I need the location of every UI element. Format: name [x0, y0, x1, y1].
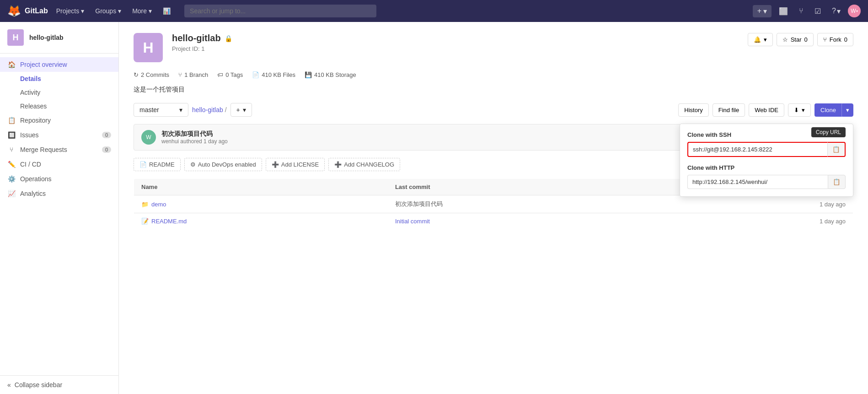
table-row: 📁 demo 初次添加项目代码 1 day ago: [134, 195, 853, 213]
gitlab-logo[interactable]: 🦊 GitLab: [7, 5, 48, 17]
clone-dropdown: Clone with SSH 📋 Copy URL Clone with HTT…: [680, 124, 853, 197]
file-name-cell: 📁 demo: [134, 195, 388, 213]
download-button[interactable]: ⬇ ▾: [788, 103, 811, 117]
collapse-sidebar-button[interactable]: « Collapse sidebar: [0, 375, 118, 394]
fork-button[interactable]: ⑂ Fork 0: [817, 33, 853, 46]
clone-ssh-copy-button[interactable]: 📋: [827, 142, 846, 157]
files-stat[interactable]: 📄 410 KB Files: [252, 71, 295, 78]
help-menu[interactable]: ?▾: [828, 5, 844, 17]
chevron-down-icon: ▾: [243, 106, 246, 113]
path-separator: /: [225, 106, 227, 113]
stats-bar: ↻ 2 Commits ⑂ 1 Branch 🏷 0 Tags 📄 410 KB…: [134, 71, 853, 78]
ci-cd-icon: ✏️: [7, 161, 16, 168]
readme-button[interactable]: 📄 README: [134, 158, 181, 171]
issues-icon[interactable]: ☑: [811, 5, 825, 17]
files-icon: 📄: [252, 71, 259, 78]
devops-icon: ⚙: [190, 161, 196, 168]
commit-author-avatar: W: [141, 130, 156, 145]
sidebar-item-releases[interactable]: Releases: [0, 99, 118, 113]
notification-button[interactable]: 🔔 ▾: [748, 33, 773, 46]
file-name-link[interactable]: 📁 demo: [141, 201, 380, 208]
main-layout: H hello-gitlab 🏠 Project overview Detail…: [0, 22, 868, 394]
storage-stat[interactable]: 💾 410 KB Storage: [305, 71, 356, 78]
nav-action-icons: +▾ ⬜ ⑂ ☑ ?▾ W▾: [753, 5, 861, 17]
repository-icon: 📋: [7, 117, 16, 124]
sidebar-item-ci-cd[interactable]: ✏️ CI / CD: [0, 157, 118, 172]
file-name-link[interactable]: 📝 README.md: [141, 218, 380, 225]
chevron-down-icon: ▾: [149, 7, 152, 15]
branches-stat[interactable]: ⑂ 1 Branch: [178, 71, 208, 78]
sidebar-item-issues[interactable]: 🔲 Issues 0: [0, 128, 118, 142]
sidebar-item-merge-requests[interactable]: ⑂ Merge Requests 0: [0, 142, 118, 157]
sidebar-item-label: Repository: [20, 117, 51, 124]
nav-more[interactable]: More ▾: [128, 5, 156, 17]
sidebar-item-activity[interactable]: Activity: [0, 86, 118, 99]
sidebar-item-operations[interactable]: ⚙️ Operations: [0, 172, 118, 186]
commits-icon: ↻: [134, 71, 139, 78]
sidebar-item-details[interactable]: Details: [0, 72, 118, 86]
breadcrumb-path: hello-gitlab /: [192, 106, 227, 113]
branch-selector[interactable]: master ▾: [134, 103, 188, 117]
copy-url-tooltip: Copy URL: [811, 127, 846, 137]
nav-chart-icon[interactable]: 📊: [158, 5, 175, 17]
repo-right-actions: History Find file Web IDE ⬇ ▾ Clone ▾: [678, 103, 853, 117]
add-changelog-button[interactable]: ➕ Add CHANGELOG: [328, 158, 400, 171]
clone-button-arrow[interactable]: ▾: [842, 103, 853, 117]
branches-count: 1 Branch: [184, 71, 208, 78]
clone-http-copy-button[interactable]: 📋: [828, 175, 846, 189]
merge-requests-badge: 0: [102, 146, 111, 153]
add-license-button[interactable]: ➕ Add LICENSE: [266, 158, 325, 171]
tags-stat[interactable]: 🏷 0 Tags: [217, 71, 243, 78]
project-header: H hello-gitlab 🔒 Project ID: 1 🔔 ▾ ☆ Sta…: [134, 33, 853, 62]
commit-meta: wenhui authored 1 day ago: [161, 138, 228, 145]
star-button[interactable]: ☆ Star 0: [777, 33, 814, 46]
sidebar-item-analytics[interactable]: 📈 Analytics: [0, 186, 118, 201]
snippets-icon[interactable]: ⬜: [775, 5, 792, 17]
chevron-down-icon: ▾: [763, 7, 767, 16]
tags-count: 0 Tags: [225, 71, 243, 78]
nav-projects[interactable]: Projects ▾: [52, 5, 89, 17]
sidebar-item-label: Project overview: [20, 61, 67, 68]
sidebar-item-repository[interactable]: 📋 Repository: [0, 113, 118, 128]
bell-icon: 🔔: [754, 36, 761, 43]
add-files-button[interactable]: + ▾: [230, 103, 252, 117]
add-changelog-icon: ➕: [334, 161, 342, 168]
clone-ssh-input[interactable]: [687, 142, 827, 157]
commit-info: 初次添加项目代码 wenhui authored 1 day ago: [161, 130, 228, 145]
clone-http-title: Clone with HTTP: [687, 164, 846, 171]
commits-stat[interactable]: ↻ 2 Commits: [134, 71, 169, 78]
user-avatar[interactable]: W▾: [848, 5, 861, 17]
commit-message-link[interactable]: Initial commit: [395, 218, 430, 225]
merge-requests-icon[interactable]: ⑂: [795, 5, 807, 17]
col-name: Name: [134, 179, 388, 195]
nav-groups[interactable]: Groups ▾: [91, 5, 126, 17]
find-file-button[interactable]: Find file: [713, 103, 745, 117]
main-content: H hello-gitlab 🔒 Project ID: 1 🔔 ▾ ☆ Sta…: [119, 22, 868, 394]
web-ide-button[interactable]: Web IDE: [749, 103, 784, 117]
chevron-down-icon: ▾: [179, 106, 182, 113]
sidebar-project-name: hello-gitlab: [29, 34, 64, 41]
sidebar-nav: 🏠 Project overview Details Activity Rele…: [0, 54, 118, 205]
history-button[interactable]: History: [678, 103, 708, 117]
project-description: 这是一个托管项目: [134, 86, 853, 94]
clone-button-main[interactable]: Clone: [814, 103, 842, 117]
new-menu-button[interactable]: +▾: [753, 5, 772, 17]
time-ago: 1 day ago: [820, 218, 846, 225]
storage-icon: 💾: [305, 71, 312, 78]
chevron-down-icon: ▾: [856, 9, 858, 13]
readme-icon: 📄: [139, 161, 147, 168]
fork-icon: ⑂: [823, 36, 827, 43]
path-root-link[interactable]: hello-gitlab: [192, 106, 223, 113]
update-cell: 1 day ago: [650, 195, 853, 213]
search-input[interactable]: [184, 5, 376, 17]
lock-icon: 🔒: [225, 35, 232, 42]
analytics-icon: 📈: [7, 190, 16, 197]
auto-devops-button[interactable]: ⚙ Auto DevOps enabled: [184, 158, 262, 171]
clone-http-input[interactable]: [687, 175, 828, 189]
clone-split-button: Clone ▾: [814, 103, 853, 117]
col-last-commit: Last commit: [388, 179, 650, 195]
chevron-down-icon: ▾: [81, 7, 84, 15]
repo-actions-bar: master ▾ hello-gitlab / + ▾ History Find…: [134, 103, 853, 117]
sidebar-item-project-overview[interactable]: 🏠 Project overview: [0, 57, 118, 72]
tags-icon: 🏷: [217, 71, 223, 78]
